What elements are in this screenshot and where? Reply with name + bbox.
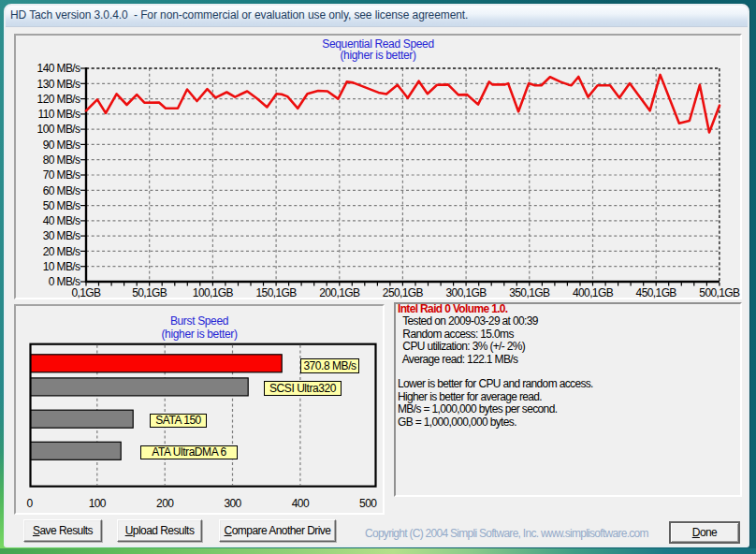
svg-text:0,1GB: 0,1GB <box>71 286 101 299</box>
svg-text:500: 500 <box>359 497 377 510</box>
svg-text:110 MB/s: 110 MB/s <box>38 108 81 121</box>
svg-text:200: 200 <box>156 497 174 510</box>
svg-text:50 MB/s: 50 MB/s <box>43 199 80 212</box>
svg-text:200,1GB: 200,1GB <box>319 286 360 299</box>
svg-text:100: 100 <box>89 497 107 510</box>
svg-text:250,1GB: 250,1GB <box>383 286 424 299</box>
svg-text:120 MB/s: 120 MB/s <box>37 93 80 106</box>
svg-text:10 MB/s: 10 MB/s <box>43 260 80 273</box>
svg-text:20 MB/s: 20 MB/s <box>43 245 80 258</box>
svg-text:30 MB/s: 30 MB/s <box>43 229 80 242</box>
svg-text:130 MB/s: 130 MB/s <box>37 78 80 91</box>
svg-text:350,1GB: 350,1GB <box>509 286 550 299</box>
svg-text:450,1GB: 450,1GB <box>636 286 677 299</box>
svg-text:100,1GB: 100,1GB <box>193 286 234 299</box>
svg-text:150,1GB: 150,1GB <box>256 286 298 299</box>
svg-text:90 MB/s: 90 MB/s <box>43 138 80 152</box>
svg-text:40 MB/s: 40 MB/s <box>43 214 80 227</box>
svg-text:300: 300 <box>224 497 241 510</box>
svg-text:500,1GB: 500,1GB <box>699 286 740 299</box>
svg-text:0: 0 <box>26 497 33 510</box>
svg-text:400,1GB: 400,1GB <box>573 286 614 299</box>
svg-text:70 MB/s: 70 MB/s <box>43 168 80 182</box>
svg-text:100 MB/s: 100 MB/s <box>37 123 80 136</box>
svg-text:50,1GB: 50,1GB <box>132 286 167 299</box>
svg-text:60 MB/s: 60 MB/s <box>43 184 80 197</box>
svg-text:400: 400 <box>292 497 310 510</box>
svg-text:80 MB/s: 80 MB/s <box>43 153 80 167</box>
svg-text:140 MB/s: 140 MB/s <box>37 62 80 75</box>
svg-text:300,1GB: 300,1GB <box>446 286 487 299</box>
